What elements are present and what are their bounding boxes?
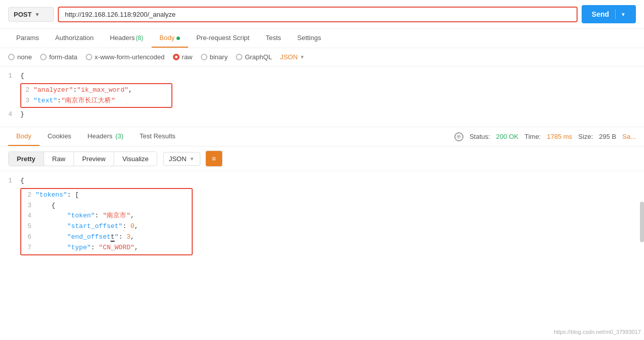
format-group: Pretty Raw Preview Visualize [8,152,157,166]
radio-urlencoded [86,54,92,60]
response-meta: ⊕ Status: 200 OK Time: 1785 ms Size: 295… [454,132,636,141]
status-label: Status: [470,133,490,140]
response-highlighted-block: 2 "tokens": [ 3 { 4 "token": "南京市", 5 [20,188,193,255]
status-value: 200 OK [496,133,518,140]
response-line-5: 5 "start_offset": 0, [25,221,188,232]
fmt-visualize[interactable]: Visualize [114,152,157,166]
response-line-1: 1 { [0,175,644,187]
radio-none [8,54,15,60]
tab-body[interactable]: Body [152,29,189,48]
option-none[interactable]: none [8,53,32,61]
send-button[interactable]: Send ▼ [582,5,636,23]
response-section: Body Cookies Headers (3) Test Results ⊕ … [0,127,644,260]
url-input[interactable] [65,11,570,18]
request-line-2: 2 "analyzer":"ik_max_word", [23,85,169,96]
vertical-scrollbar[interactable] [640,202,644,242]
time-value: 1785 ms [547,133,572,140]
tab-authorization[interactable]: Authorization [47,29,102,48]
response-line-2: 2 "tokens": [ [25,190,188,201]
response-line-3: 3 { [25,201,188,211]
request-line-3: 3 "text":"南京市长江大桥" [23,96,169,106]
option-urlencoded[interactable]: x-www-form-urlencoded [86,53,165,61]
json-format-select[interactable]: JSON ▼ [280,53,305,61]
request-line-1: 1 { [0,70,644,82]
tab-settings[interactable]: Settings [289,29,329,48]
save-button[interactable]: Sa... [622,133,636,140]
response-line-4: 4 "token": "南京市", [25,211,188,221]
response-line-6: 6 "end_offsett": 3, [25,232,188,243]
tab-params[interactable]: Params [8,29,47,48]
tab-headers[interactable]: Headers(8) [102,29,152,48]
globe-icon: ⊕ [454,132,463,141]
radio-raw [173,54,180,60]
tab-tests[interactable]: Tests [258,29,289,48]
radio-form-data [40,54,47,60]
top-bar: POST ▼ Send ▼ [0,0,644,29]
tab-prerequest[interactable]: Pre-request Script [188,29,258,48]
response-tabs: Body Cookies Headers (3) Test Results ⊕ … [0,127,644,146]
method-dropdown[interactable]: POST ▼ [8,7,54,22]
radio-binary [201,54,207,60]
request-code-editor[interactable]: 1 { 2 "analyzer":"ik_max_word", 3 "text"… [0,66,644,127]
size-label: Size: [578,133,593,140]
body-options: none form-data x-www-form-urlencoded raw… [0,48,644,66]
radio-graphql [236,54,242,60]
option-binary[interactable]: binary [201,53,228,61]
option-graphql[interactable]: GraphQL [236,53,272,61]
option-raw[interactable]: raw [173,53,193,61]
fmt-preview[interactable]: Preview [74,152,114,166]
resp-headers-badge: (3) [115,132,123,140]
send-arrow-icon: ▼ [616,12,626,17]
format-bar: Pretty Raw Preview Visualize JSON ▼ ≡ [0,146,644,171]
resp-tab-body[interactable]: Body [8,127,40,146]
size-value: 295 B [599,133,616,140]
headers-badge: (8) [136,34,144,42]
response-body[interactable]: 1 { 2 "tokens": [ 3 { 4 "token": [0,171,644,260]
time-label: Time: [524,133,541,140]
response-json-dropdown[interactable]: JSON ▼ [163,152,200,166]
json-format-arrow-icon: ▼ [300,54,305,60]
method-chevron-icon: ▼ [34,12,48,17]
request-line-4: 4 } [0,109,644,121]
request-tabs: Params Authorization Headers(8) Body Pre… [0,29,644,48]
method-label: POST [14,11,31,18]
resp-tab-headers[interactable]: Headers (3) [80,127,132,146]
body-dot [176,36,180,40]
url-input-wrapper [58,7,578,22]
resp-tab-cookies[interactable]: Cookies [40,127,80,146]
request-highlighted-block: 2 "analyzer":"ik_max_word", 3 "text":"南京… [20,83,172,108]
response-line-7: 7 "type": "CN_WORD", [25,243,188,253]
wrap-button[interactable]: ≡ [205,150,223,167]
option-form-data[interactable]: form-data [40,53,78,61]
response-format-arrow-icon: ▼ [190,156,195,162]
send-label: Send [592,10,615,18]
fmt-pretty[interactable]: Pretty [9,152,44,166]
fmt-raw[interactable]: Raw [44,152,74,166]
resp-tab-test-results[interactable]: Test Results [131,127,184,146]
